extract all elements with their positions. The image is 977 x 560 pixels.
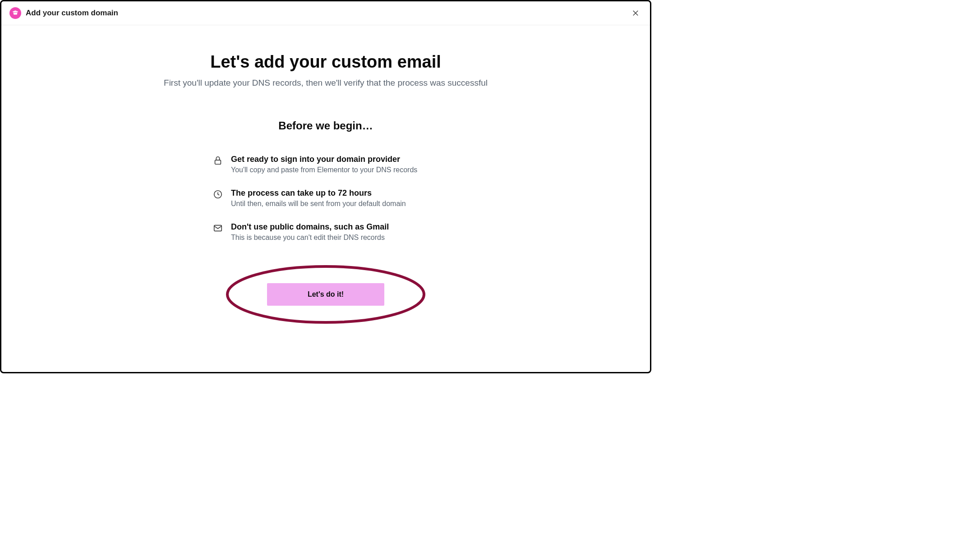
checklist-text: Get ready to sign into your domain provi… (231, 155, 438, 174)
checklist-text: The process can take up to 72 hours Unti… (231, 188, 438, 208)
modal-content: Let's add your custom email First you'll… (1, 25, 650, 324)
checklist-item-title: Don't use public domains, such as Gmail (231, 222, 438, 232)
checklist-item-description: Until then, emails will be sent from you… (231, 200, 438, 208)
mail-icon (213, 223, 223, 233)
header-left: Add your custom domain (9, 7, 118, 19)
checklist-item-title: Get ready to sign into your domain provi… (231, 155, 438, 164)
checklist-item: Get ready to sign into your domain provi… (213, 155, 438, 174)
close-icon (631, 9, 640, 17)
close-button[interactable] (629, 7, 642, 19)
page-title: Let's add your custom email (19, 52, 632, 72)
checklist-item: Don't use public domains, such as Gmail … (213, 222, 438, 242)
modal-title: Add your custom domain (26, 9, 118, 18)
checklist-item-title: The process can take up to 72 hours (231, 188, 438, 198)
checklist-item-description: This is because you can't edit their DNS… (231, 234, 438, 242)
checklist-text: Don't use public domains, such as Gmail … (231, 222, 438, 242)
clock-icon (213, 189, 223, 199)
svg-rect-2 (215, 160, 221, 164)
modal-header: Add your custom domain (1, 1, 650, 25)
cta-wrapper: Let's do it! (267, 283, 384, 306)
lock-icon (213, 156, 223, 165)
checklist-item-description: You'll copy and paste from Elementor to … (231, 166, 438, 174)
lets-do-it-button[interactable]: Let's do it! (267, 283, 384, 306)
checklist-item: The process can take up to 72 hours Unti… (213, 188, 438, 208)
section-title: Before we begin… (19, 119, 632, 132)
checklist: Get ready to sign into your domain provi… (213, 155, 438, 242)
page-subtitle: First you'll update your DNS records, th… (19, 78, 632, 88)
brand-icon (9, 7, 21, 19)
